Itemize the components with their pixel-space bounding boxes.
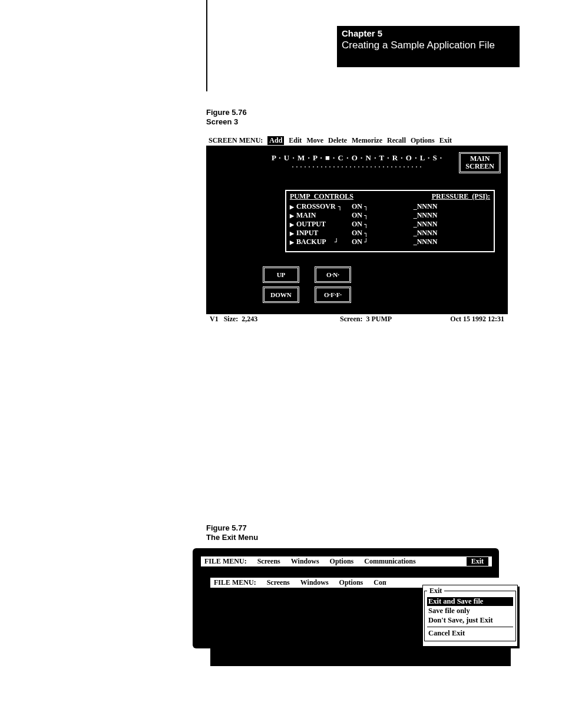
menu-item-exit[interactable]: Exit: [439, 136, 452, 145]
on-button[interactable]: O·N·: [315, 266, 351, 283]
menu-item-recall[interactable]: Recall: [387, 136, 406, 145]
off-button[interactable]: O·F·F·: [315, 286, 351, 303]
pump-controls-panel: PUMP_CONTROLS PRESSURE_(PSI): ▶CROSSOVR┐…: [285, 190, 495, 252]
screen-menu-bar: SCREEN MENU: Add Edit Move Delete Memori…: [206, 136, 508, 146]
chapter-number: Chapter 5: [342, 28, 515, 38]
file-menu-bar: FILE MENU: Screens Windows Options Commu…: [201, 556, 492, 566]
chapter-header: Chapter 5 Creating a Sample Application …: [337, 26, 520, 67]
menu-item-windows[interactable]: Windows: [300, 578, 329, 587]
pump-row: ▶INPUT ON ┐ _NNNN: [290, 229, 490, 238]
file-menu-label: FILE MENU:: [214, 578, 256, 587]
triangle-icon: ▶: [290, 239, 294, 245]
menu-item-windows[interactable]: Windows: [291, 557, 319, 566]
menu-item-options[interactable]: Options: [339, 578, 363, 587]
menu-item-options[interactable]: Options: [330, 557, 354, 566]
menu-item-screens[interactable]: Screens: [257, 557, 280, 566]
exit-option-cancel[interactable]: Cancel Exit: [427, 629, 513, 638]
screenshot-exit-menu: FILE MENU: Screens Windows Options Commu…: [193, 548, 514, 651]
pump-row: ▶BACKUP ┘ ON ┘ _NNNN: [290, 238, 490, 246]
status-bar: V1 Size: 2,243 Screen: 3 PUMP Oct 15 199…: [206, 314, 508, 324]
header-divider: [206, 0, 207, 91]
menu-item-screens[interactable]: Screens: [267, 578, 290, 587]
pump-row: ▶MAIN ON ┐ _NNNN: [290, 211, 490, 220]
exit-option-save-only[interactable]: Save file only: [427, 607, 513, 615]
exit-popup-title: Exit: [427, 587, 444, 595]
nav-button-group: UP DOWN O·N· O·F·F·: [263, 266, 351, 303]
exit-option-save-exit[interactable]: Exit and Save file: [427, 597, 513, 606]
panel-header-left: PUMP_CONTROLS: [290, 192, 353, 201]
triangle-icon: ▶: [290, 230, 294, 236]
menu-item-communications[interactable]: Communications: [364, 557, 415, 566]
triangle-icon: ▶: [290, 213, 294, 219]
menu-item-exit[interactable]: Exit: [467, 557, 488, 566]
figure-5-77-label: Figure 5.77 The Exit Menu: [206, 523, 258, 543]
exit-popup: Exit Exit and Save file Save file only D…: [422, 585, 518, 647]
file-menu-label: FILE MENU:: [204, 557, 247, 566]
menu-item-add[interactable]: Add: [267, 136, 284, 145]
menu-item-delete[interactable]: Delete: [328, 136, 347, 145]
exit-option-dont-save[interactable]: Don't Save, just Exit: [427, 616, 513, 625]
screen-menu-label: SCREEN MENU:: [209, 136, 263, 145]
menu-item-move[interactable]: Move: [306, 136, 323, 145]
panel-header-right: PRESSURE_(PSI):: [432, 192, 490, 201]
up-button[interactable]: UP: [263, 266, 299, 283]
menu-item-memorize[interactable]: Memorize: [352, 136, 382, 145]
pump-row: ▶CROSSOVR┐ ON ┐ _NNNN: [290, 202, 490, 211]
screenshot-pump-controls: SCREEN MENU: Add Edit Move Delete Memori…: [206, 136, 508, 324]
pump-title: P · U · M · P · ■ · C · O · N · T · R · …: [206, 153, 508, 170]
pump-row: ▶OUTPUT ON ┐ _NNNN: [290, 220, 490, 229]
menu-item-options[interactable]: Options: [411, 136, 435, 145]
menu-item-communications-truncated[interactable]: Communications: [373, 578, 386, 587]
figure-5-76-label: Figure 5.76 Screen 3: [206, 108, 247, 127]
triangle-icon: ▶: [290, 204, 294, 210]
menu-item-edit[interactable]: Edit: [289, 136, 302, 145]
down-button[interactable]: DOWN: [263, 286, 299, 303]
triangle-icon: ▶: [290, 222, 294, 228]
chapter-title: Creating a Sample Application File: [342, 39, 515, 51]
